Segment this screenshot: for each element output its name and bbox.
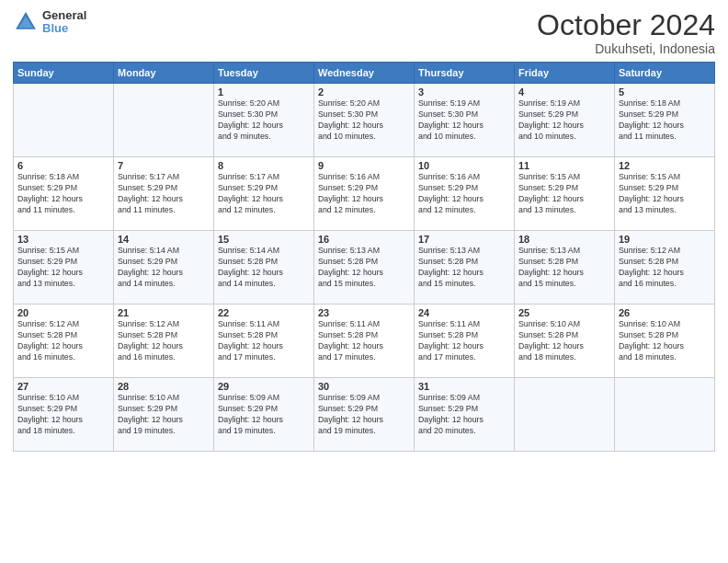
calendar-cell: 11Sunrise: 5:15 AM Sunset: 5:29 PM Dayli… (515, 157, 615, 231)
calendar-cell: 1Sunrise: 5:20 AM Sunset: 5:30 PM Daylig… (214, 84, 314, 157)
calendar-body: 1Sunrise: 5:20 AM Sunset: 5:30 PM Daylig… (14, 84, 715, 452)
day-number: 5 (619, 86, 711, 98)
day-info: Sunrise: 5:19 AM Sunset: 5:29 PM Dayligh… (518, 98, 610, 143)
day-info: Sunrise: 5:18 AM Sunset: 5:29 PM Dayligh… (17, 172, 109, 216)
day-info: Sunrise: 5:16 AM Sunset: 5:29 PM Dayligh… (418, 172, 510, 216)
day-number: 17 (418, 234, 510, 245)
day-info: Sunrise: 5:13 AM Sunset: 5:28 PM Dayligh… (418, 246, 510, 290)
day-info: Sunrise: 5:20 AM Sunset: 5:30 PM Dayligh… (218, 98, 310, 143)
calendar-cell (515, 378, 615, 452)
calendar-week-4: 20Sunrise: 5:12 AM Sunset: 5:28 PM Dayli… (14, 304, 715, 378)
day-info: Sunrise: 5:12 AM Sunset: 5:28 PM Dayligh… (118, 319, 210, 363)
day-info: Sunrise: 5:15 AM Sunset: 5:29 PM Dayligh… (619, 172, 711, 216)
day-number: 29 (218, 381, 310, 392)
calendar-cell: 3Sunrise: 5:19 AM Sunset: 5:30 PM Daylig… (415, 84, 515, 157)
logo-text: General Blue (42, 9, 86, 36)
day-number: 31 (418, 381, 510, 392)
calendar-table: Sunday Monday Tuesday Wednesday Thursday… (13, 62, 715, 452)
day-number: 12 (619, 160, 711, 171)
calendar-cell: 7Sunrise: 5:17 AM Sunset: 5:29 PM Daylig… (114, 157, 214, 231)
day-number: 8 (218, 160, 310, 171)
calendar-cell: 15Sunrise: 5:14 AM Sunset: 5:28 PM Dayli… (214, 231, 314, 304)
day-number: 28 (118, 381, 210, 392)
day-info: Sunrise: 5:14 AM Sunset: 5:29 PM Dayligh… (118, 246, 210, 290)
day-number: 2 (318, 86, 410, 98)
header-saturday: Saturday (615, 63, 715, 84)
calendar-cell: 30Sunrise: 5:09 AM Sunset: 5:29 PM Dayli… (314, 378, 415, 452)
day-number: 13 (17, 234, 109, 245)
calendar-cell: 21Sunrise: 5:12 AM Sunset: 5:28 PM Dayli… (114, 304, 214, 378)
day-info: Sunrise: 5:17 AM Sunset: 5:29 PM Dayligh… (218, 172, 310, 216)
calendar-week-5: 27Sunrise: 5:10 AM Sunset: 5:29 PM Dayli… (14, 378, 715, 452)
calendar-week-3: 13Sunrise: 5:15 AM Sunset: 5:29 PM Dayli… (14, 231, 715, 304)
day-info: Sunrise: 5:13 AM Sunset: 5:28 PM Dayligh… (518, 246, 610, 290)
calendar-cell: 8Sunrise: 5:17 AM Sunset: 5:29 PM Daylig… (214, 157, 314, 231)
day-number: 4 (518, 86, 610, 98)
day-number: 25 (518, 307, 610, 318)
day-info: Sunrise: 5:09 AM Sunset: 5:29 PM Dayligh… (218, 393, 310, 437)
header: General Blue October 2024 Dukuhseti, Ind… (13, 9, 715, 56)
day-number: 1 (218, 86, 310, 98)
header-row: Sunday Monday Tuesday Wednesday Thursday… (14, 63, 715, 84)
day-number: 14 (118, 234, 210, 245)
day-number: 6 (17, 160, 109, 171)
logo: General Blue (13, 9, 86, 36)
header-monday: Monday (114, 63, 214, 84)
header-friday: Friday (515, 63, 615, 84)
day-info: Sunrise: 5:18 AM Sunset: 5:29 PM Dayligh… (619, 98, 711, 143)
day-number: 18 (518, 234, 610, 245)
day-info: Sunrise: 5:10 AM Sunset: 5:29 PM Dayligh… (17, 393, 109, 437)
calendar-title: October 2024 (537, 9, 715, 41)
day-number: 21 (118, 307, 210, 318)
day-info: Sunrise: 5:16 AM Sunset: 5:29 PM Dayligh… (318, 172, 410, 216)
calendar-subtitle: Dukuhseti, Indonesia (537, 41, 715, 56)
calendar-cell: 29Sunrise: 5:09 AM Sunset: 5:29 PM Dayli… (214, 378, 314, 452)
calendar-cell: 22Sunrise: 5:11 AM Sunset: 5:28 PM Dayli… (214, 304, 314, 378)
calendar-cell: 23Sunrise: 5:11 AM Sunset: 5:28 PM Dayli… (314, 304, 415, 378)
day-info: Sunrise: 5:14 AM Sunset: 5:28 PM Dayligh… (218, 246, 310, 290)
header-tuesday: Tuesday (214, 63, 314, 84)
calendar-cell (114, 84, 214, 157)
calendar-cell: 4Sunrise: 5:19 AM Sunset: 5:29 PM Daylig… (515, 84, 615, 157)
calendar-cell (14, 84, 114, 157)
calendar-cell: 14Sunrise: 5:14 AM Sunset: 5:29 PM Dayli… (114, 231, 214, 304)
day-info: Sunrise: 5:10 AM Sunset: 5:28 PM Dayligh… (518, 319, 610, 363)
logo-line2: Blue (42, 22, 86, 35)
calendar-cell: 27Sunrise: 5:10 AM Sunset: 5:29 PM Dayli… (14, 378, 114, 452)
day-number: 30 (318, 381, 410, 392)
calendar-cell: 9Sunrise: 5:16 AM Sunset: 5:29 PM Daylig… (314, 157, 415, 231)
day-number: 3 (418, 86, 510, 98)
day-info: Sunrise: 5:11 AM Sunset: 5:28 PM Dayligh… (218, 319, 310, 363)
day-info: Sunrise: 5:13 AM Sunset: 5:28 PM Dayligh… (318, 246, 410, 290)
calendar-week-2: 6Sunrise: 5:18 AM Sunset: 5:29 PM Daylig… (14, 157, 715, 231)
calendar-cell: 18Sunrise: 5:13 AM Sunset: 5:28 PM Dayli… (515, 231, 615, 304)
calendar-cell: 28Sunrise: 5:10 AM Sunset: 5:29 PM Dayli… (114, 378, 214, 452)
calendar-header: Sunday Monday Tuesday Wednesday Thursday… (14, 63, 715, 84)
day-number: 19 (619, 234, 711, 245)
calendar-cell: 20Sunrise: 5:12 AM Sunset: 5:28 PM Dayli… (14, 304, 114, 378)
day-number: 27 (17, 381, 109, 392)
calendar-cell (615, 378, 715, 452)
day-info: Sunrise: 5:11 AM Sunset: 5:28 PM Dayligh… (318, 319, 410, 363)
calendar-cell: 24Sunrise: 5:11 AM Sunset: 5:28 PM Dayli… (415, 304, 515, 378)
calendar-cell: 10Sunrise: 5:16 AM Sunset: 5:29 PM Dayli… (415, 157, 515, 231)
day-info: Sunrise: 5:19 AM Sunset: 5:30 PM Dayligh… (418, 98, 510, 143)
calendar-cell: 2Sunrise: 5:20 AM Sunset: 5:30 PM Daylig… (314, 84, 415, 157)
day-info: Sunrise: 5:15 AM Sunset: 5:29 PM Dayligh… (17, 246, 109, 290)
day-info: Sunrise: 5:12 AM Sunset: 5:28 PM Dayligh… (17, 319, 109, 363)
title-block: October 2024 Dukuhseti, Indonesia (537, 9, 715, 56)
calendar-cell: 5Sunrise: 5:18 AM Sunset: 5:29 PM Daylig… (615, 84, 715, 157)
day-number: 20 (17, 307, 109, 318)
calendar-cell: 16Sunrise: 5:13 AM Sunset: 5:28 PM Dayli… (314, 231, 415, 304)
calendar-cell: 13Sunrise: 5:15 AM Sunset: 5:29 PM Dayli… (14, 231, 114, 304)
day-number: 11 (518, 160, 610, 171)
day-info: Sunrise: 5:20 AM Sunset: 5:30 PM Dayligh… (318, 98, 410, 143)
header-wednesday: Wednesday (314, 63, 415, 84)
day-number: 7 (118, 160, 210, 171)
calendar-cell: 6Sunrise: 5:18 AM Sunset: 5:29 PM Daylig… (14, 157, 114, 231)
day-info: Sunrise: 5:17 AM Sunset: 5:29 PM Dayligh… (118, 172, 210, 216)
day-info: Sunrise: 5:12 AM Sunset: 5:28 PM Dayligh… (619, 246, 711, 290)
calendar-cell: 31Sunrise: 5:09 AM Sunset: 5:29 PM Dayli… (415, 378, 515, 452)
logo-line1: General (42, 9, 86, 22)
day-info: Sunrise: 5:09 AM Sunset: 5:29 PM Dayligh… (418, 393, 510, 437)
